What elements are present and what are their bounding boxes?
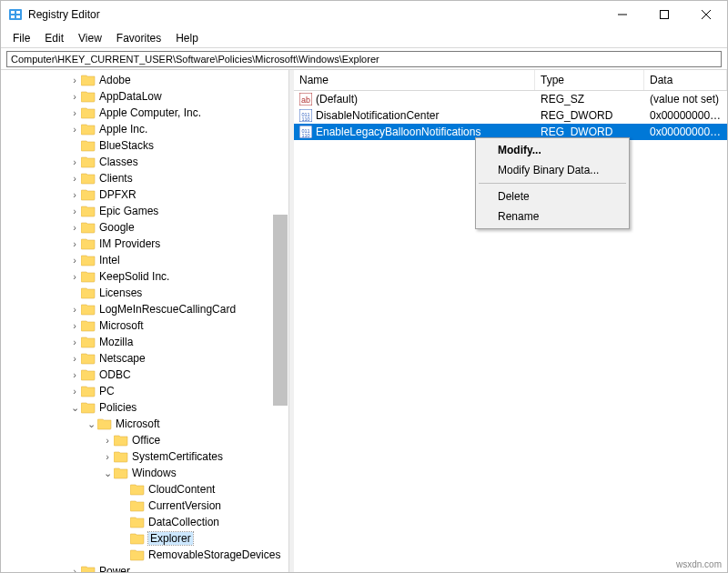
ctx-modify-binary[interactable]: Modify Binary Data... bbox=[478, 160, 627, 180]
tree-node[interactable]: ›DPFXR bbox=[3, 186, 288, 203]
folder-icon bbox=[81, 237, 96, 250]
tree-node-label: PC bbox=[99, 385, 115, 397]
folder-icon bbox=[81, 254, 96, 266]
value-name: DisableNotificationCenter bbox=[316, 109, 439, 122]
folder-icon bbox=[97, 417, 112, 430]
expand-icon[interactable]: › bbox=[68, 173, 81, 184]
expand-icon[interactable]: › bbox=[68, 189, 81, 200]
regedit-icon bbox=[8, 7, 23, 22]
tree-node[interactable]: ›ODBC bbox=[3, 367, 288, 383]
col-name[interactable]: Name bbox=[294, 70, 535, 90]
expand-icon[interactable]: › bbox=[68, 124, 81, 135]
folder-icon bbox=[81, 172, 96, 185]
tree-node[interactable]: ›PC bbox=[3, 383, 288, 399]
value-data: (value not set) bbox=[644, 92, 727, 106]
svg-rect-1 bbox=[11, 11, 15, 14]
tree-node-label: Policies bbox=[99, 401, 136, 414]
expand-icon[interactable]: › bbox=[101, 435, 114, 446]
col-type[interactable]: Type bbox=[535, 70, 644, 90]
tree-node-label: Clients bbox=[99, 172, 133, 185]
tree-node[interactable]: CloudContent bbox=[3, 481, 288, 498]
expand-icon[interactable]: › bbox=[68, 320, 81, 331]
expand-icon[interactable]: › bbox=[68, 156, 81, 167]
tree-node[interactable]: ›Intel bbox=[3, 252, 288, 268]
value-row[interactable]: (Default)REG_SZ(value not set) bbox=[294, 91, 727, 107]
minimize-button[interactable] bbox=[602, 1, 643, 28]
ctx-modify[interactable]: Modify... bbox=[478, 140, 627, 160]
expand-icon[interactable]: › bbox=[68, 238, 81, 249]
tree-node[interactable]: ›Apple Inc. bbox=[3, 121, 288, 137]
tree-node-label: Mozilla bbox=[99, 336, 133, 348]
tree-node[interactable]: ›LogMeInRescueCallingCard bbox=[3, 301, 288, 317]
ctx-delete[interactable]: Delete bbox=[478, 186, 627, 206]
tree-node[interactable]: ›Netscape bbox=[3, 350, 288, 367]
tree-node[interactable]: ›Clients bbox=[3, 170, 288, 186]
tree-node[interactable]: Explorer bbox=[3, 530, 288, 547]
tree-node[interactable]: ›AppDataLow bbox=[3, 88, 288, 105]
menu-view[interactable]: View bbox=[72, 30, 108, 46]
folder-icon bbox=[81, 123, 96, 136]
tree-node-label: LogMeInRescueCallingCard bbox=[99, 303, 236, 316]
expand-icon[interactable]: › bbox=[68, 75, 81, 85]
context-menu: Modify... Modify Binary Data... Delete R… bbox=[475, 137, 630, 229]
value-type: REG_DWORD bbox=[535, 108, 644, 123]
folder-icon bbox=[81, 368, 96, 381]
tree-node[interactable]: RemovableStorageDevices bbox=[3, 547, 288, 563]
tree-node[interactable]: ›Google bbox=[3, 219, 288, 236]
collapse-icon[interactable]: ⌄ bbox=[101, 467, 114, 479]
tree-node[interactable]: Licenses bbox=[3, 285, 288, 301]
tree-node[interactable]: ›IM Providers bbox=[3, 236, 288, 252]
tree-node[interactable]: ›Office bbox=[3, 432, 288, 448]
menu-favorites[interactable]: Favorites bbox=[110, 30, 167, 46]
tree-node[interactable]: CurrentVersion bbox=[3, 498, 288, 514]
svg-rect-4 bbox=[16, 15, 20, 18]
menu-file[interactable]: File bbox=[6, 30, 36, 46]
value-type: REG_SZ bbox=[535, 92, 644, 106]
tree-node[interactable]: ›Adobe bbox=[3, 72, 288, 88]
expand-icon[interactable]: › bbox=[68, 304, 81, 315]
tree-node-label: BlueStacks bbox=[99, 139, 154, 152]
tree-node[interactable]: BlueStacks bbox=[3, 137, 288, 154]
expand-icon[interactable]: › bbox=[68, 353, 81, 364]
collapse-icon[interactable]: ⌄ bbox=[85, 418, 97, 430]
maximize-button[interactable] bbox=[643, 1, 685, 28]
expand-icon[interactable]: › bbox=[68, 206, 81, 216]
expand-icon[interactable]: › bbox=[68, 255, 81, 266]
tree-node[interactable]: DataCollection bbox=[3, 514, 288, 530]
tree-node[interactable]: ⌄Policies bbox=[3, 399, 288, 416]
address-input[interactable] bbox=[6, 51, 722, 67]
folder-icon bbox=[81, 385, 96, 397]
tree-node[interactable]: ⌄Windows bbox=[3, 465, 288, 481]
expand-icon[interactable]: › bbox=[68, 222, 81, 233]
expand-icon[interactable]: › bbox=[68, 386, 81, 397]
tree-node[interactable]: ›Classes bbox=[3, 154, 288, 170]
tree-node[interactable]: ›Microsoft bbox=[3, 317, 288, 334]
tree-node-label: Power bbox=[99, 565, 130, 572]
tree-node-label: Microsoft bbox=[116, 417, 160, 430]
expand-icon[interactable]: › bbox=[68, 107, 81, 118]
value-row[interactable]: DisableNotificationCenterREG_DWORD0x0000… bbox=[294, 107, 727, 124]
tree-node[interactable]: ›KeepSolid Inc. bbox=[3, 268, 288, 285]
expand-icon[interactable]: › bbox=[68, 91, 81, 102]
close-button[interactable] bbox=[685, 1, 727, 28]
menu-edit[interactable]: Edit bbox=[38, 30, 70, 46]
expand-icon[interactable]: › bbox=[68, 566, 81, 572]
tree-node-label: DPFXR bbox=[99, 188, 136, 201]
tree-node[interactable]: ›Epic Games bbox=[3, 203, 288, 219]
menu-help[interactable]: Help bbox=[169, 30, 205, 46]
expand-icon[interactable]: › bbox=[68, 337, 81, 347]
tree-node[interactable]: ›Mozilla bbox=[3, 334, 288, 350]
expand-icon[interactable]: › bbox=[68, 369, 81, 380]
tree-node[interactable]: ⌄Microsoft bbox=[3, 416, 288, 432]
value-data: 0x00000000 (0) bbox=[644, 108, 727, 123]
col-data[interactable]: Data bbox=[644, 70, 727, 90]
tree-node-label: Epic Games bbox=[99, 205, 158, 217]
tree-node[interactable]: ›Apple Computer, Inc. bbox=[3, 105, 288, 121]
tree-node[interactable]: ›Power bbox=[3, 563, 288, 572]
tree-node[interactable]: ›SystemCertificates bbox=[3, 448, 288, 465]
ctx-rename[interactable]: Rename bbox=[478, 206, 627, 226]
tree-pane[interactable]: ›Adobe›AppDataLow›Apple Computer, Inc.›A… bbox=[1, 70, 289, 572]
collapse-icon[interactable]: ⌄ bbox=[68, 402, 81, 414]
expand-icon[interactable]: › bbox=[101, 451, 114, 462]
expand-icon[interactable]: › bbox=[68, 271, 81, 282]
